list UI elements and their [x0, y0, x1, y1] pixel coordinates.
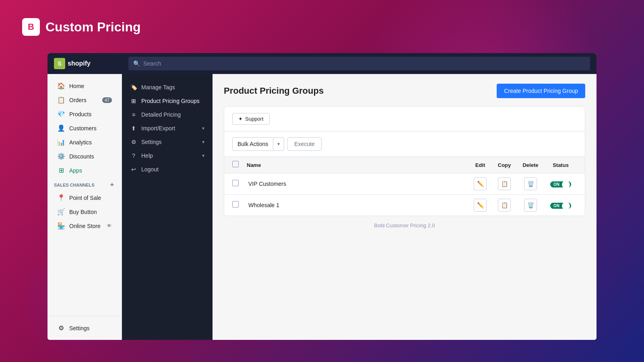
sidebar-item-apps[interactable]: ⊞ Apps	[51, 163, 118, 177]
sales-channels-header: SALES CHANNELS ＋	[47, 177, 122, 191]
sidebar-label-online-store: Online Store	[69, 223, 101, 229]
row-checkbox-wholesale[interactable]	[232, 201, 239, 208]
column-name-header: Name	[247, 162, 468, 168]
sidebar-item-discounts[interactable]: ⚙️ Discounts	[51, 149, 118, 163]
status-toggle-wholesale[interactable]: ON	[550, 203, 571, 209]
column-edit-header: Edit	[468, 162, 492, 168]
page-title: Product Pricing Groups	[224, 86, 324, 96]
sidebar-label-buy-button: Buy Button	[69, 209, 97, 215]
sidebar-item-orders[interactable]: 📋 Orders 47	[51, 93, 118, 107]
copy-wholesale-cell: 📋	[492, 199, 516, 212]
sidebar-label-discounts: Discounts	[69, 153, 94, 160]
chevron-down-icon-2: ▾	[202, 139, 204, 145]
column-status-header: Status	[545, 162, 577, 168]
submenu-label-import-export: Import/Export	[141, 125, 175, 132]
toggle-label-vip: ON	[552, 182, 559, 187]
select-all-checkbox[interactable]	[232, 161, 239, 167]
support-icon: ✦	[238, 116, 243, 122]
copy-wholesale-button[interactable]: 📋	[498, 199, 511, 212]
import-export-icon: ⬆	[130, 125, 137, 132]
submenu-label-product-pricing-groups: Product Pricing Groups	[141, 98, 200, 104]
create-product-pricing-group-button[interactable]: Create Product Pricing Group	[497, 84, 585, 98]
sidebar-item-home[interactable]: 🏠 Home	[51, 79, 118, 93]
submenu-item-detailed-pricing[interactable]: ≡ Detailed Pricing	[122, 108, 213, 121]
submenu-item-help[interactable]: ? Help ▾	[122, 149, 213, 162]
submenu-label-manage-tags: Manage Tags	[141, 84, 175, 90]
submenu-item-logout[interactable]: ↩ Logout	[122, 162, 213, 176]
submenu-item-manage-tags[interactable]: 🏷️ Manage Tags	[122, 80, 213, 94]
chevron-down-icon-3: ▾	[202, 153, 204, 158]
delete-wholesale-cell: 🗑️	[516, 199, 545, 212]
sidebar-label-home: Home	[69, 83, 84, 89]
bulk-actions-label: Bulk Actions	[233, 138, 273, 150]
footer: Bold Customer Pricing 2.0	[224, 216, 585, 235]
apps-icon: ⊞	[57, 167, 65, 174]
page-header: Product Pricing Groups Create Product Pr…	[224, 84, 585, 98]
edit-vip-button[interactable]: ✏️	[474, 177, 487, 190]
row-name-wholesale: Wholesale 1	[247, 202, 468, 208]
online-store-icon: 🏪	[57, 222, 65, 230]
discounts-icon: ⚙️	[57, 152, 65, 160]
shopify-logo-text: shopify	[68, 60, 91, 67]
table-row: VIP Customers ✏️ 📋 🗑️ ON	[224, 173, 585, 195]
submenu-label-help: Help	[141, 152, 153, 159]
table-header: Name Edit Copy Delete Status	[224, 157, 585, 173]
bulk-actions-select[interactable]: Bulk Actions ▾	[232, 137, 284, 151]
sidebar-item-online-store[interactable]: 🏪 Online Store 👁	[51, 219, 118, 233]
submenu-label-detailed-pricing: Detailed Pricing	[141, 111, 181, 118]
products-icon: 💎	[57, 110, 65, 118]
support-button[interactable]: ✦ Support	[232, 113, 270, 125]
add-sales-channel-icon[interactable]: ＋	[109, 181, 115, 189]
sidebar-item-settings[interactable]: ⚙ Settings	[51, 321, 118, 335]
submenu: 🏷️ Manage Tags ⊞ Product Pricing Groups …	[122, 74, 213, 340]
execute-button[interactable]: Execute	[287, 137, 322, 151]
toggle-knob-vip	[562, 181, 570, 189]
online-store-visibility-icon: 👁	[107, 223, 112, 229]
sidebar-item-products[interactable]: 💎 Products	[51, 107, 118, 121]
delete-wholesale-button[interactable]: 🗑️	[524, 199, 537, 212]
submenu-item-product-pricing-groups[interactable]: ⊞ Product Pricing Groups	[122, 94, 213, 108]
column-copy-header: Copy	[492, 162, 516, 168]
sidebar-item-pos[interactable]: 📍 Point of Sale	[51, 191, 118, 205]
sidebar: 🏠 Home 📋 Orders 47 💎 Products 👤 Customer…	[47, 74, 122, 340]
settings-icon: ⚙	[57, 324, 65, 332]
copy-vip-button[interactable]: 📋	[498, 177, 511, 190]
orders-badge: 47	[102, 97, 112, 103]
sidebar-label-analytics: Analytics	[69, 139, 92, 146]
status-wholesale-cell: ON	[545, 202, 577, 209]
sidebar-item-customers[interactable]: 👤 Customers	[51, 121, 118, 135]
content-area: Product Pricing Groups Create Product Pr…	[213, 74, 597, 340]
status-toggle-vip[interactable]: ON	[550, 181, 571, 187]
sidebar-label-apps: Apps	[69, 167, 82, 174]
sidebar-label-orders: Orders	[69, 97, 87, 103]
submenu-item-import-export[interactable]: ⬆ Import/Export ▾	[122, 121, 213, 135]
sidebar-item-analytics[interactable]: 📊 Analytics	[51, 135, 118, 149]
orders-icon: 📋	[57, 96, 65, 104]
customers-icon: 👤	[57, 124, 65, 132]
sidebar-label-customers: Customers	[69, 125, 97, 132]
browser-window: S shopify 🔍 Search 🏠 Home 📋 Orders 47	[47, 53, 597, 340]
search-icon: 🔍	[133, 60, 140, 67]
row-checkbox-vip[interactable]	[232, 180, 239, 186]
shopify-logo: S shopify	[54, 58, 128, 69]
row-name-vip: VIP Customers	[247, 181, 468, 187]
chevron-down-icon: ▾	[202, 125, 204, 131]
submenu-item-settings[interactable]: ⚙ Settings ▾	[122, 135, 213, 149]
status-vip-cell: ON	[545, 180, 577, 187]
app-logo-icon: B	[22, 18, 40, 36]
help-icon: ?	[130, 152, 137, 159]
sidebar-label-settings: Settings	[69, 325, 90, 331]
search-bar[interactable]: 🔍 Search	[128, 57, 590, 70]
app-title: Custom Pricing	[45, 20, 140, 35]
main-layout: 🏠 Home 📋 Orders 47 💎 Products 👤 Customer…	[47, 74, 597, 340]
sidebar-item-buy-button[interactable]: 🛒 Buy Button	[51, 205, 118, 219]
bulk-actions-chevron-icon[interactable]: ▾	[273, 138, 284, 150]
detailed-pricing-icon: ≡	[130, 111, 137, 118]
column-delete-header: Delete	[516, 162, 545, 168]
delete-vip-cell: 🗑️	[516, 177, 545, 190]
delete-vip-button[interactable]: 🗑️	[524, 177, 537, 190]
submenu-settings-icon: ⚙	[130, 139, 137, 145]
bulk-actions-area: Bulk Actions ▾ Execute	[224, 132, 585, 157]
edit-wholesale-button[interactable]: ✏️	[474, 199, 487, 212]
submenu-label-settings: Settings	[141, 139, 162, 145]
